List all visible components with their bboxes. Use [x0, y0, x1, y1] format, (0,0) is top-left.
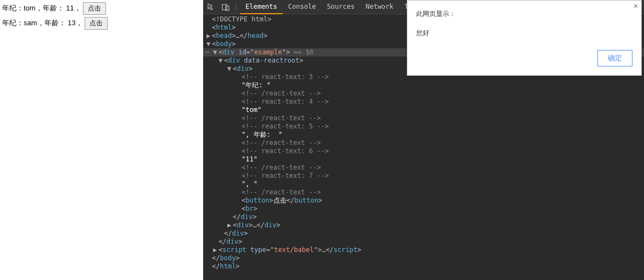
dom-node[interactable]: <button>点击</button> [203, 197, 644, 205]
dom-text[interactable]: "tom" [203, 106, 644, 114]
dom-comment[interactable]: <!-- react-text: 5 --> [203, 122, 644, 131]
dom-node[interactable]: </div> [203, 213, 644, 221]
click-button[interactable]: 点击 [85, 17, 108, 30]
tab-elements[interactable]: Elements [240, 0, 283, 14]
row-name-label: 年纪： [2, 19, 24, 27]
dom-node[interactable]: ▶<div>…</div> [203, 221, 644, 229]
dom-node[interactable]: </html> [203, 262, 644, 271]
ok-button[interactable]: 确定 [597, 50, 632, 66]
close-icon[interactable]: × [634, 2, 638, 10]
row-name-label: 年纪： [2, 4, 24, 12]
dom-text[interactable]: "11" [203, 155, 644, 164]
row-sep: ， [76, 19, 83, 27]
row-sep: ， [74, 4, 81, 12]
row-age-label: ，年龄： [36, 4, 64, 12]
row-age-label: ，年龄： [37, 19, 66, 27]
row-name: sam [24, 19, 37, 27]
dom-node[interactable]: <br> [203, 205, 644, 213]
toolbar-separator [236, 3, 237, 12]
tab-network[interactable]: Network [360, 0, 399, 14]
click-button[interactable]: 点击 [83, 2, 106, 15]
row-age: 11 [64, 4, 74, 12]
inspect-icon[interactable] [206, 2, 216, 12]
dom-comment[interactable]: <!-- /react-text --> [203, 89, 644, 98]
row-name: tom [24, 4, 36, 12]
dom-comment[interactable]: <!-- react-text: 6 --> [203, 147, 644, 155]
dialog-message: 您好 [416, 29, 632, 38]
dom-text[interactable]: ", 年龄: " [203, 131, 644, 139]
dom-comment[interactable]: <!-- /react-text --> [203, 188, 644, 197]
device-icon[interactable] [221, 2, 231, 12]
dom-comment[interactable]: <!-- /react-text --> [203, 164, 644, 172]
dom-node[interactable]: </body> [203, 254, 644, 262]
tab-console[interactable]: Console [283, 0, 322, 14]
alert-dialog: × 此网页显示： 您好 确定 [407, 0, 642, 76]
dom-node[interactable]: </div> [203, 229, 644, 238]
page-content: 年纪：tom，年龄： 11， 点击 年纪：sam，年龄： 13， 点击 [0, 0, 203, 280]
tab-sources[interactable]: Sources [321, 0, 360, 14]
dom-text[interactable]: "年纪: " [203, 81, 644, 89]
dom-node[interactable]: </div> [203, 238, 644, 246]
svg-rect-0 [222, 4, 227, 10]
dialog-title: 此网页显示： [416, 9, 632, 19]
data-row: 年纪：sam，年龄： 13， 点击 [2, 17, 201, 30]
dom-node[interactable]: ▶<script type="text/babel">…</script> [203, 246, 644, 254]
dom-comment[interactable]: <!-- /react-text --> [203, 114, 644, 122]
dom-comment[interactable]: <!-- react-text: 7 --> [203, 172, 644, 180]
dom-text[interactable]: ", " [203, 180, 644, 188]
data-row: 年纪：tom，年龄： 11， 点击 [2, 2, 201, 15]
dom-comment[interactable]: <!-- /react-text --> [203, 139, 644, 147]
row-age: 13 [66, 19, 76, 27]
dom-comment[interactable]: <!-- react-text: 4 --> [203, 98, 644, 106]
